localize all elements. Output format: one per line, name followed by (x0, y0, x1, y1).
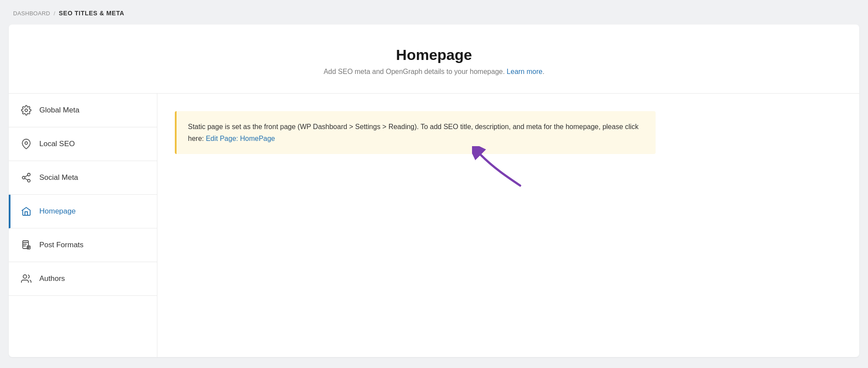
notice-box: Static page is set as the front page (WP… (175, 111, 656, 154)
main-card: Homepage Add SEO meta and OpenGraph deta… (9, 25, 859, 357)
page-title: Homepage (17, 46, 851, 63)
sidebar-item-label-social-meta: Social Meta (39, 173, 78, 182)
sidebar: Global Meta Local SEO Socia (9, 94, 157, 357)
sidebar-item-social-meta[interactable]: Social Meta (9, 161, 157, 195)
page-description-text: Add SEO meta and OpenGraph details to yo… (323, 68, 504, 75)
svg-point-0 (25, 109, 28, 112)
breadcrumb-home: DASHBOARD (13, 10, 50, 17)
sidebar-item-label-authors: Authors (39, 274, 65, 283)
sidebar-item-label-post-formats: Post Formats (39, 241, 83, 249)
pin-icon (21, 139, 31, 149)
learn-more-link[interactable]: Learn more (507, 68, 542, 75)
svg-point-2 (28, 173, 30, 176)
svg-line-6 (25, 175, 28, 177)
breadcrumb-current: SEO TITLES & META (59, 10, 125, 17)
document-icon (21, 240, 31, 250)
people-icon (21, 273, 31, 284)
breadcrumb-separator: / (54, 10, 56, 17)
svg-point-4 (28, 179, 30, 182)
svg-point-1 (25, 142, 28, 144)
page-description: Add SEO meta and OpenGraph details to yo… (17, 68, 851, 76)
social-icon (21, 172, 31, 183)
home-icon (21, 206, 31, 217)
sidebar-item-authors[interactable]: Authors (9, 262, 157, 296)
main-content: Static page is set as the front page (WP… (157, 94, 859, 357)
sidebar-item-post-formats[interactable]: Post Formats (9, 228, 157, 262)
breadcrumb: DASHBOARD / SEO TITLES & META (0, 0, 868, 25)
sidebar-item-local-seo[interactable]: Local SEO (9, 127, 157, 161)
sidebar-item-label-homepage: Homepage (39, 207, 76, 216)
sidebar-item-global-meta[interactable]: Global Meta (9, 94, 157, 127)
svg-point-9 (23, 275, 27, 278)
sidebar-item-label-local-seo: Local SEO (39, 140, 75, 148)
content-area: Global Meta Local SEO Socia (9, 94, 859, 357)
svg-point-3 (22, 176, 25, 179)
gear-icon (21, 105, 31, 116)
sidebar-item-label-global-meta: Global Meta (39, 106, 80, 115)
svg-line-5 (25, 179, 28, 180)
page-header: Homepage Add SEO meta and OpenGraph deta… (9, 25, 859, 94)
sidebar-item-homepage[interactable]: Homepage (9, 195, 157, 228)
edit-homepage-link[interactable]: Edit Page: HomePage (206, 135, 275, 142)
